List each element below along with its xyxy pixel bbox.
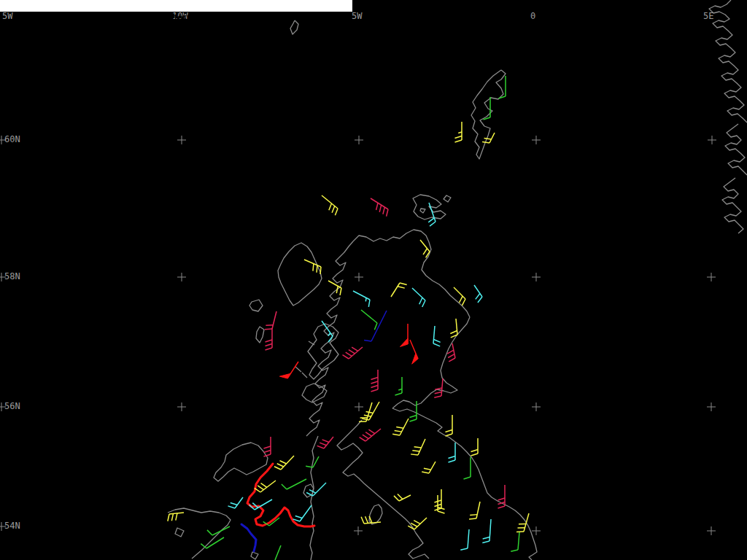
barb-full-tick (295, 516, 303, 518)
map-title: MON 07.11.05 22:00 UTC Bodenwettermeldun… (13, 12, 349, 23)
barb-full-tick (414, 521, 420, 524)
coastline-lewis-harris (278, 243, 322, 306)
wind-barb-crimson (265, 311, 276, 330)
barb-full-tick (398, 494, 403, 499)
barb-staff (255, 499, 272, 510)
barb-staff (454, 287, 465, 299)
barb-staff (412, 288, 425, 300)
barb-staff (365, 429, 381, 441)
barb-full-tick (171, 513, 173, 521)
wind-barb-yellow (445, 415, 452, 436)
barb-full-tick (422, 300, 425, 307)
grid-crosses-layer (0, 136, 716, 535)
wind-barb-crimson (360, 429, 381, 441)
barb-staff (235, 497, 243, 508)
barb-full-tick (414, 447, 422, 448)
barb-staff (300, 505, 311, 521)
coastline-north-coast (353, 230, 470, 317)
barb-full-tick (434, 396, 441, 397)
wind-barbs-layer (168, 76, 529, 560)
wind-barb-cyan (228, 497, 243, 508)
barb-full-tick (261, 483, 267, 488)
wind-barb-green (282, 479, 306, 489)
wind-barb-cyan (474, 285, 482, 303)
barb-full-tick (320, 443, 326, 446)
wind-barb-yellow (516, 513, 529, 532)
barb-staff (304, 260, 321, 267)
coastline-ni-islet (175, 528, 184, 537)
barb-full-tick (362, 419, 369, 420)
barb-full-tick (320, 267, 321, 274)
barb-staff (260, 481, 276, 492)
barb-staff (518, 532, 519, 550)
barb-full-tick (471, 450, 478, 452)
barb-full-tick (387, 209, 388, 217)
barb-full-tick (484, 139, 492, 139)
weather-map-screen: MON 07.11.05 22:00 UTC Bodenwettermeldun… (0, 0, 747, 560)
barb-staff (275, 545, 281, 560)
barb-full-tick (371, 381, 378, 384)
lat-label: 60N (4, 134, 20, 144)
barb-full-tick (207, 530, 212, 535)
barb-full-tick (394, 496, 399, 501)
barb-staff (468, 529, 469, 548)
coastline-orkney-islet (444, 195, 451, 202)
barb-staff (391, 283, 400, 297)
weather-map (0, 0, 747, 560)
barb-staff (364, 522, 381, 524)
barb-full-tick (409, 416, 417, 418)
lon-label: 5E (703, 11, 713, 21)
barb-full-tick (395, 430, 402, 432)
barb-full-tick (349, 350, 355, 354)
barb-full-tick (363, 435, 368, 438)
barb-full-tick (365, 432, 371, 436)
barb-full-tick (329, 203, 332, 210)
lat-label: 56N (4, 401, 20, 411)
barb-full-tick (280, 461, 287, 464)
coastline-norway-2 (725, 124, 747, 175)
wind-barb-crimson (343, 347, 363, 359)
barb-full-tick (400, 283, 407, 284)
wind-barb-green (463, 457, 471, 479)
warm-front-red (247, 464, 314, 526)
coastline-islay-jura (214, 443, 268, 481)
barb-full-tick (454, 140, 462, 142)
wind-barb-green (275, 545, 281, 560)
barb-full-tick (231, 502, 237, 505)
wind-barb-green (361, 310, 377, 330)
wind-barb-yellow (168, 513, 184, 521)
barb-full-tick (340, 288, 341, 295)
barb-full-tick (263, 446, 271, 448)
barb-full-tick (471, 454, 478, 456)
barb-full-tick (445, 434, 452, 436)
wind-barb-cyan (353, 291, 370, 307)
barb-full-tick (470, 515, 477, 516)
wind-barb-yellow (454, 287, 465, 306)
barb-full-tick (395, 393, 402, 395)
barb-full-tick (460, 548, 468, 550)
coastline-shetland (471, 70, 506, 159)
barb-full-tick (374, 323, 377, 330)
barb-full-tick (423, 249, 427, 254)
barb-full-tick (398, 287, 405, 288)
lat-label: 54N (4, 521, 20, 531)
grid-cross (355, 402, 363, 411)
barb-full-tick (265, 329, 272, 330)
barb-full-tick (448, 460, 455, 462)
grid-cross (707, 273, 716, 281)
lat-label: 58N (4, 271, 20, 281)
barb-pennant (400, 338, 408, 346)
barb-full-tick (460, 296, 463, 303)
barb-full-tick (379, 205, 381, 212)
grid-cross (532, 402, 541, 411)
coastline-sw-islet (251, 552, 258, 559)
barb-full-tick (313, 264, 314, 271)
wind-barb-yellow (394, 494, 411, 501)
wind-barb-yellow (322, 195, 338, 215)
barb-full-tick (498, 506, 505, 508)
barb-full-tick (317, 265, 317, 273)
barb-full-tick (483, 537, 490, 539)
barb-staff (272, 311, 276, 329)
wind-barb-crimson (434, 378, 443, 397)
grid-cross (355, 273, 363, 281)
